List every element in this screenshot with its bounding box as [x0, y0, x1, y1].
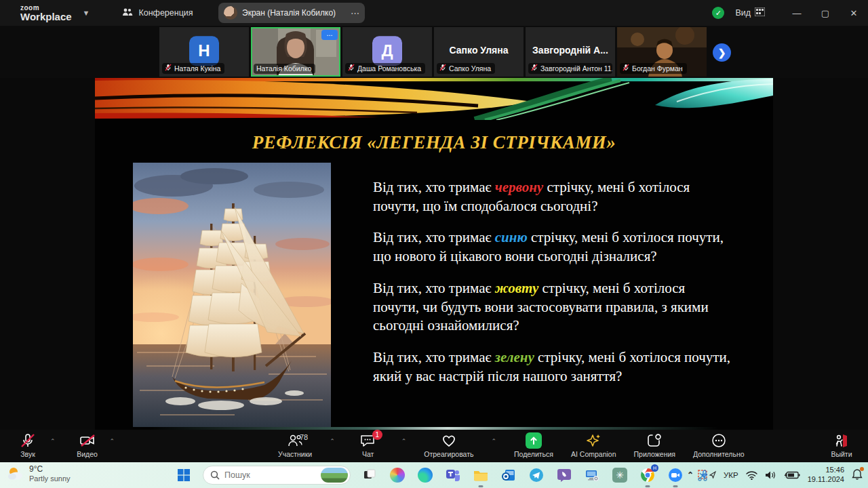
slide-decorative-band [95, 78, 773, 120]
muted-mic-icon [531, 64, 538, 73]
apps-button[interactable]: Приложения [634, 432, 675, 458]
presentation-slide: РЕФЛЕКСІЯ «ЛЕГЕНДА ЗІ СТРІЧКАМИ» [95, 78, 773, 430]
windows-taskbar: 9°C Partly sunny [0, 462, 868, 488]
meeting-tab-label: Конференция [138, 8, 193, 18]
meeting-controls-bar: Звук ⌃ Видео ⌃ 78 [0, 430, 868, 462]
participants-count: 78 [300, 433, 308, 441]
video-options-caret[interactable]: ⌃ [110, 438, 115, 458]
next-participants-button[interactable]: ❯ [713, 43, 731, 62]
ship-image [133, 163, 331, 427]
video-button[interactable]: Видео [72, 432, 103, 458]
share-screen-button[interactable]: Поделиться [514, 432, 553, 458]
react-caret[interactable]: ⌃ [491, 438, 496, 458]
zoom-app-icon[interactable] [667, 466, 684, 484]
participant-tile[interactable]: Д Даша Романовська [342, 27, 432, 77]
reflection-question-yellow: Від тих, хто тримає жовту стрічку, мені … [373, 279, 734, 336]
weather-widget[interactable]: 9°C Partly sunny [7, 464, 71, 483]
ai-companion-button[interactable]: AI Companion [571, 432, 616, 458]
share-tab-label: Экран (Наталія Кобилко) [242, 8, 346, 18]
reflection-question-blue: Від тих, хто тримає синю стрічку, мені б… [373, 228, 734, 266]
battery-icon[interactable] [784, 470, 800, 480]
keyword-yellow: жовту [495, 280, 539, 296]
close-button[interactable]: ✕ [840, 0, 868, 26]
more-ellipsis-icon [710, 432, 728, 449]
participant-tile-video[interactable]: Богдан Фурман [617, 27, 707, 77]
brand-line2: Workplace [20, 12, 72, 22]
chatgpt-icon[interactable]: ✳ [611, 466, 629, 484]
search-daily-image [321, 468, 348, 483]
tray-mic-location-icons[interactable] [701, 470, 716, 481]
tile-more-button[interactable]: ... [321, 30, 338, 40]
more-options-button[interactable]: Дополнительно [693, 432, 745, 458]
react-button[interactable]: Отреагировать [424, 432, 473, 458]
leave-meeting-button[interactable]: Выйти [826, 432, 857, 458]
keyword-red: червону [495, 179, 543, 195]
security-shield-icon[interactable]: ✓ [712, 7, 724, 19]
avatar: Д [372, 36, 402, 66]
teams-icon[interactable] [444, 466, 462, 484]
telegram-icon[interactable] [528, 466, 545, 484]
muted-mic-icon [165, 64, 172, 73]
ai-companion-icon [585, 432, 602, 449]
view-grid-icon[interactable] [755, 7, 765, 19]
start-button[interactable] [175, 466, 193, 484]
file-explorer-icon[interactable] [472, 466, 490, 484]
reflection-question-red: Від тих, хто тримає червону стрічку, мен… [373, 178, 734, 216]
chrome-profile-badge: H [651, 464, 658, 472]
tray-time: 15:46 [808, 466, 844, 475]
keyword-blue: синю [495, 229, 528, 245]
view-menu-label[interactable]: Вид [735, 8, 751, 18]
participant-name: Даша Романовська [357, 64, 421, 73]
maximize-button[interactable]: ▢ [811, 0, 840, 26]
this-pc-icon[interactable] [583, 466, 601, 484]
copilot-icon[interactable] [389, 466, 406, 484]
wifi-icon[interactable] [746, 470, 757, 480]
weather-icon [7, 466, 24, 482]
participant-filmstrip: Н Наталя Кукіна ... Наталія Кобилко [0, 26, 868, 78]
tray-language[interactable]: УКР [724, 471, 738, 479]
brand-chevron-down-icon[interactable]: ▼ [83, 9, 90, 17]
chrome-icon[interactable]: H [639, 466, 656, 484]
slide-title: РЕФЛЕКСІЯ «ЛЕГЕНДА ЗІ СТРІЧКАМИ» [95, 132, 773, 153]
participant-name: Наталія Кобилко [256, 64, 311, 73]
notification-dot [860, 467, 864, 471]
shared-screen-area: РЕФЛЕКСІЯ «ЛЕГЕНДА ЗІ СТРІЧКАМИ» [0, 78, 868, 430]
audio-options-caret[interactable]: ⌃ [50, 438, 56, 458]
share-tab-more-icon[interactable]: ⋯ [351, 8, 359, 18]
leave-door-icon [833, 432, 850, 449]
search-input[interactable] [224, 470, 316, 480]
tray-clock[interactable]: 15:46 19.11.2024 [808, 466, 844, 485]
participant-tile[interactable]: Н Наталя Кукіна [159, 27, 249, 77]
chat-caret[interactable]: ⌃ [401, 438, 407, 458]
apps-icon [646, 432, 663, 449]
audio-button[interactable]: Звук [12, 432, 43, 458]
weather-temp: 9°C [29, 464, 71, 474]
outlook-icon[interactable] [500, 466, 517, 484]
minimize-button[interactable]: — [783, 0, 811, 26]
participant-tile[interactable]: Завгородній А... Завгородній Антон 11... [526, 27, 615, 77]
participant-name: Сапко Уляна [449, 64, 491, 73]
chat-button[interactable]: 1 Чат [353, 432, 384, 458]
zoom-meeting-window: zoom Workplace ▼ Конференция Экран (Ната… [0, 0, 868, 488]
participants-icon [122, 7, 133, 19]
task-view-button[interactable] [361, 466, 378, 484]
participant-tile-video[interactable]: ... Наталія Кобилко [251, 27, 340, 77]
participant-display-name: Завгородній А... [526, 45, 615, 56]
participant-tile[interactable]: Сапко Уляна Сапко Уляна [434, 27, 524, 77]
search-icon [210, 470, 220, 480]
slide-body-text: Від тих, хто тримає червону стрічку, мен… [373, 178, 734, 399]
viber-icon[interactable] [555, 466, 573, 484]
taskbar-search[interactable] [203, 466, 351, 485]
participants-button[interactable]: 78 Участники [278, 432, 312, 458]
tray-date: 19.11.2024 [808, 475, 844, 485]
reflection-question-green: Від тих, хто тримає зелену стрічку, мені… [373, 348, 734, 386]
participants-caret[interactable]: ⌃ [330, 438, 335, 458]
notifications-bell-icon[interactable] [852, 468, 863, 483]
participant-display-name: Сапко Уляна [434, 45, 524, 56]
screen-share-tab[interactable]: Экран (Наталія Кобилко) ⋯ [218, 3, 365, 23]
tray-expand-chevron[interactable]: ⌃ [687, 470, 694, 480]
edge-icon[interactable] [416, 466, 434, 484]
keyword-green: зелену [495, 349, 534, 365]
speaker-icon[interactable] [765, 470, 776, 480]
meeting-tab[interactable]: Конференция [122, 7, 193, 19]
